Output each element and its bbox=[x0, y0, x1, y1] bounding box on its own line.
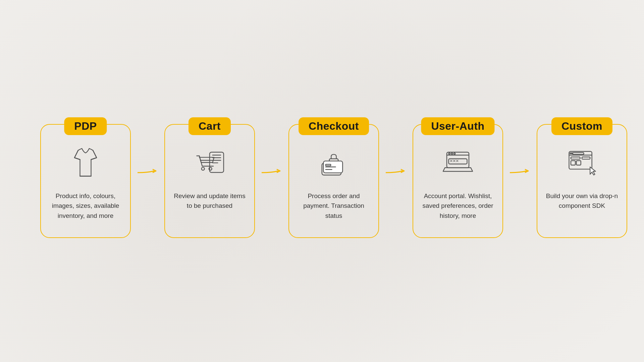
badge-cart: Cart bbox=[189, 117, 231, 135]
desc-cart: Review and update items to be purchased bbox=[172, 191, 248, 211]
svg-rect-27 bbox=[571, 161, 575, 165]
card-user-auth: User-Auth ××× Account portal. Wishlist, … bbox=[413, 124, 503, 238]
icon-browser-custom bbox=[564, 145, 600, 182]
arrow-2 bbox=[382, 163, 409, 179]
svg-point-25 bbox=[572, 153, 573, 154]
svg-point-24 bbox=[570, 153, 571, 154]
arrow-3 bbox=[506, 163, 533, 179]
icon-shirt bbox=[67, 145, 104, 182]
svg-point-20 bbox=[454, 153, 455, 154]
desc-checkout: Process order and payment. Transaction s… bbox=[296, 191, 372, 221]
badge-user-auth: User-Auth bbox=[421, 117, 494, 135]
card-checkout: Checkout Process order and payment. Tran… bbox=[288, 124, 379, 238]
card-custom: Custom Build your own via drop-n compone… bbox=[537, 124, 627, 238]
flow-item-cart: Cart Review and update items to be purch… bbox=[161, 124, 258, 238]
svg-point-19 bbox=[451, 153, 452, 154]
card-cart: Cart Review and update items to be purch… bbox=[164, 124, 255, 238]
badge-custom: Custom bbox=[551, 117, 612, 135]
flow-container: PDP Product info, colours, images, sizes… bbox=[37, 124, 607, 238]
arrow-1 bbox=[258, 163, 285, 179]
card-pdp: PDP Product info, colours, images, sizes… bbox=[40, 124, 131, 238]
flow-item-pdp: PDP Product info, colours, images, sizes… bbox=[37, 124, 134, 238]
badge-pdp: PDP bbox=[64, 117, 107, 135]
desc-pdp: Product info, colours, images, sizes, av… bbox=[48, 191, 123, 221]
svg-rect-29 bbox=[582, 157, 590, 159]
svg-rect-23 bbox=[573, 153, 584, 155]
desc-custom: Build your own via drop-n component SDK bbox=[544, 191, 620, 211]
desc-user-auth: Account portal. Wishlist, saved preferen… bbox=[420, 191, 496, 221]
flow-item-user-auth: User-Auth ××× Account portal. Wishlist, … bbox=[409, 124, 506, 238]
svg-point-18 bbox=[449, 153, 450, 154]
svg-rect-26 bbox=[571, 157, 580, 159]
icon-payment bbox=[315, 145, 352, 182]
flow-item-custom: Custom Build your own via drop-n compone… bbox=[533, 124, 631, 238]
arrow-0 bbox=[134, 163, 161, 179]
svg-rect-28 bbox=[577, 161, 581, 165]
icon-laptop-auth: ××× bbox=[439, 145, 476, 182]
badge-checkout: Checkout bbox=[299, 117, 369, 135]
icon-cart bbox=[191, 145, 228, 182]
svg-point-2 bbox=[202, 167, 205, 170]
flow-item-checkout: Checkout Process order and payment. Tran… bbox=[285, 124, 382, 238]
